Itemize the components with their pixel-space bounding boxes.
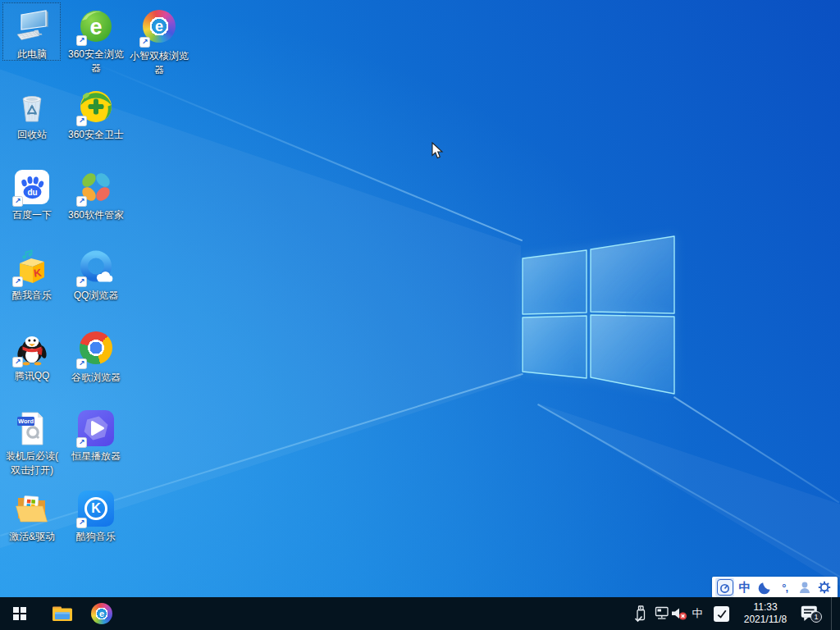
- xiaozhi-browser-icon: e ↗: [141, 10, 177, 46]
- desktop-icon-star-player[interactable]: ↗ 恒星播放器: [65, 410, 127, 463]
- desktop-icon-readme[interactable]: Word 装机后必读(双击打开): [1, 410, 63, 477]
- shortcut-arrow-icon: ↗: [12, 276, 23, 287]
- kuwo-music-icon: K ↗: [14, 249, 50, 285]
- desktop-icon-label: 谷歌浏览器: [65, 371, 127, 385]
- desktop-icon-activation[interactable]: 激活&驱动: [1, 491, 63, 544]
- shortcut-arrow-icon: ↗: [76, 196, 87, 207]
- light-beam-line: [85, 59, 523, 241]
- desktop-icon-recycle-bin[interactable]: 回收站: [1, 89, 63, 142]
- desktop-icon-label: 装机后必读(双击打开): [1, 450, 63, 477]
- shortcut-arrow-icon: ↗: [76, 358, 87, 369]
- taskbar-browser-button[interactable]: e: [85, 597, 118, 630]
- ime-user-icon[interactable]: [796, 578, 815, 597]
- ime-settings-gear-icon[interactable]: [815, 578, 834, 597]
- shortcut-arrow-icon: ↗: [76, 35, 87, 46]
- this-pc-icon: [14, 8, 50, 44]
- star-player-icon: ↗: [78, 410, 114, 446]
- tencent-qq-icon: ↗: [14, 330, 50, 366]
- shortcut-arrow-icon: ↗: [12, 357, 23, 368]
- desktop-icon-label: 恒星播放器: [65, 450, 127, 463]
- shortcut-arrow-icon: ↗: [76, 518, 87, 528]
- baidu-icon: du ↗: [14, 169, 50, 205]
- light-beam-line: [673, 396, 839, 503]
- tray-usb-icon[interactable]: [632, 597, 651, 630]
- desktop[interactable]: { "desktop": { "selected_icon": "this-pc…: [0, 0, 840, 630]
- desktop-icon-label: QQ浏览器: [65, 289, 127, 303]
- 360-browser-icon: e ↗: [78, 8, 114, 44]
- kugou-music-icon: K ↗: [78, 491, 114, 527]
- tray-ime-status-icon[interactable]: [710, 597, 732, 630]
- desktop-icon-label: 小智双核浏览器: [128, 49, 190, 77]
- folder-open-icon: [14, 491, 50, 527]
- desktop-icon-this-pc[interactable]: 此电脑: [1, 8, 63, 62]
- desktop-icon-chrome[interactable]: ↗ 谷歌浏览器: [65, 330, 127, 385]
- shortcut-arrow-icon: ↗: [139, 37, 150, 48]
- clock-date: 2021/11/8: [744, 614, 788, 626]
- shortcut-arrow-icon: ↗: [76, 437, 87, 448]
- desktop-icon-label: 此电脑: [1, 48, 63, 62]
- notification-count-badge: 1: [810, 611, 822, 623]
- ime-pinyin-indicator[interactable]: [715, 578, 734, 597]
- desktop-icon-qq[interactable]: ↗ 腾讯QQ: [1, 330, 63, 383]
- desktop-icon-baidu[interactable]: du ↗ 百度一下: [1, 169, 63, 222]
- svg-text:Word: Word: [18, 418, 34, 425]
- tray-ime-mode-indicator[interactable]: 中: [689, 597, 705, 630]
- clock-time: 11:33: [753, 601, 777, 614]
- taskbar: e 中: [0, 597, 840, 630]
- taskbar-clock[interactable]: 11:33 2021/11/8: [736, 597, 795, 630]
- desktop-icon-label: 360软件管家: [65, 208, 127, 222]
- word-doc-icon: Word: [14, 410, 50, 446]
- qq-browser-icon: ↗: [78, 249, 114, 285]
- desktop-icon-xiaozhi[interactable]: e ↗ 小智双核浏览器: [128, 8, 190, 77]
- desktop-icon-label: 腾讯QQ: [1, 369, 63, 383]
- desktop-icon-label: 激活&驱动: [1, 530, 63, 544]
- tray-volume-muted-icon[interactable]: [669, 597, 689, 630]
- desktop-icon-label: 360安全浏览器: [65, 48, 127, 75]
- windows-start-icon: [13, 607, 26, 620]
- desktop-icon-kuwo[interactable]: K ↗ 酷我音乐: [1, 249, 63, 303]
- ime-language-bar: 中 °,: [712, 577, 838, 598]
- windows-logo-wallpaper: [517, 230, 681, 402]
- shortcut-arrow-icon: ↗: [12, 196, 23, 207]
- desktop-icon-label: 酷我音乐: [1, 289, 63, 303]
- shortcut-arrow-icon: ↗: [76, 276, 87, 287]
- desktop-icon-kugou[interactable]: K ↗ 酷狗音乐: [65, 491, 127, 544]
- mouse-cursor: [431, 142, 444, 163]
- desktop-icon-360-manager[interactable]: ↗ 360软件管家: [65, 169, 127, 222]
- svg-text:e: e: [89, 15, 102, 39]
- desktop-icon-qq-browser[interactable]: ↗ QQ浏览器: [65, 249, 127, 303]
- light-beam-line: [537, 404, 840, 577]
- tray-network-icon[interactable]: [651, 597, 671, 630]
- desktop-icon-label: 360安全卫士: [65, 128, 127, 142]
- desktop-icon-360-browser[interactable]: e ↗ 360安全浏览器: [65, 8, 127, 75]
- svg-text:du: du: [27, 188, 37, 197]
- desktop-icon-label: 酷狗音乐: [65, 530, 127, 544]
- taskbar-file-explorer-button[interactable]: [46, 597, 79, 630]
- ime-chinese-mode[interactable]: 中: [735, 578, 754, 597]
- start-button[interactable]: [0, 597, 39, 630]
- desktop-icon-label: 百度一下: [1, 208, 63, 222]
- shortcut-arrow-icon: ↗: [76, 116, 87, 126]
- ime-fullwidth-moon-icon[interactable]: [756, 578, 774, 597]
- ime-punctuation-toggle[interactable]: °,: [775, 578, 794, 597]
- 360-manager-icon: ↗: [78, 169, 114, 205]
- chrome-icon: ↗: [78, 331, 114, 368]
- 360-guard-icon: ↗: [78, 89, 114, 125]
- desktop-icon-360-guard[interactable]: ↗ 360安全卫士: [65, 89, 127, 142]
- show-desktop-button[interactable]: [831, 597, 840, 630]
- file-explorer-icon: [52, 605, 73, 623]
- browser-e-icon: e: [91, 603, 112, 624]
- desktop-icon-label: 回收站: [1, 128, 63, 142]
- recycle-bin-icon: [14, 89, 50, 125]
